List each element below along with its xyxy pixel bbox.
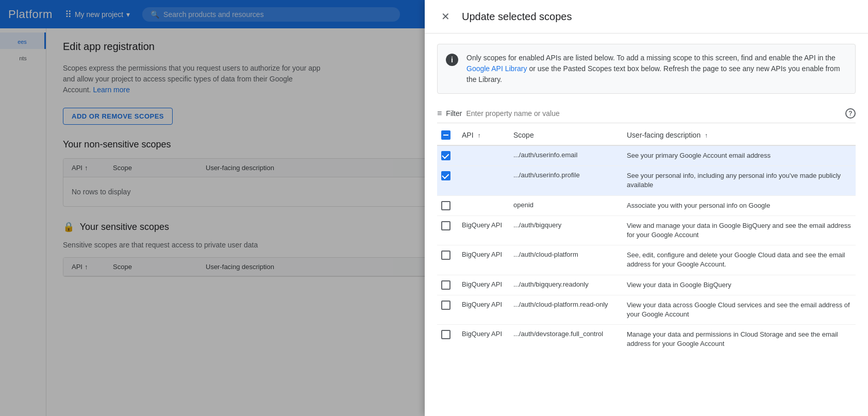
- scopes-table-body: .../auth/userinfo.emailSee your primary …: [437, 145, 856, 354]
- row-checkbox-cell: [437, 275, 458, 295]
- dialog-overlay: ✕ Update selected scopes i Only scopes f…: [0, 0, 868, 416]
- row-checkbox-cell: [437, 245, 458, 275]
- desc-sort-arrow: ↑: [705, 132, 708, 139]
- row-scope: .../auth/bigquery.readonly: [509, 275, 623, 295]
- row-api: BigQuery API: [458, 275, 509, 295]
- row-description: See your personal info, including any pe…: [623, 166, 856, 195]
- info-box: i Only scopes for enabled APIs are liste…: [437, 44, 856, 94]
- row-checkbox[interactable]: [441, 171, 450, 180]
- update-scopes-dialog: ✕ Update selected scopes i Only scopes f…: [425, 0, 868, 416]
- table-row: BigQuery API.../auth/devstorage.full_con…: [437, 325, 856, 354]
- row-description: View and manage your data in Google BigQ…: [623, 215, 856, 245]
- row-description: Manage your data and permissions in Clou…: [623, 325, 856, 354]
- table-row: .../auth/userinfo.emailSee your primary …: [437, 145, 856, 166]
- col-header-desc[interactable]: User-facing description ↑: [623, 125, 856, 145]
- col-header-checkbox: [437, 125, 458, 145]
- row-checkbox-cell: [437, 215, 458, 245]
- col-header-scope: Scope: [509, 125, 623, 145]
- col-header-api[interactable]: API ↑: [458, 125, 509, 145]
- row-scope: .../auth/userinfo.profile: [509, 166, 623, 195]
- row-checkbox[interactable]: [441, 251, 450, 260]
- row-scope: openid: [509, 195, 623, 215]
- row-description: View your data across Google Cloud servi…: [623, 295, 856, 324]
- row-description: See, edit, configure and delete your Goo…: [623, 245, 856, 275]
- filter-icon: ≡: [437, 109, 442, 118]
- filter-row: ≡ Filter ?: [437, 104, 856, 123]
- row-checkbox-cell: [437, 145, 458, 166]
- row-api: [458, 145, 509, 166]
- row-scope: .../auth/bigquery: [509, 215, 623, 245]
- dialog-close-button[interactable]: ✕: [437, 8, 454, 25]
- row-api: BigQuery API: [458, 215, 509, 245]
- close-icon: ✕: [441, 10, 450, 23]
- dialog-header: ✕ Update selected scopes: [425, 0, 868, 34]
- filter-label: Filter: [446, 109, 462, 118]
- row-checkbox[interactable]: [441, 301, 450, 310]
- row-checkbox-cell: [437, 166, 458, 195]
- filter-input[interactable]: [466, 109, 841, 118]
- scopes-table-header-row: API ↑ Scope User-facing description ↑: [437, 125, 856, 145]
- row-checkbox[interactable]: [441, 151, 450, 160]
- dialog-title: Update selected scopes: [462, 11, 572, 23]
- row-scope: .../auth/cloud-platform: [509, 245, 623, 275]
- api-sort-arrow: ↑: [477, 132, 480, 139]
- table-row: BigQuery API.../auth/cloud-platform.read…: [437, 295, 856, 324]
- help-icon[interactable]: ?: [845, 108, 856, 119]
- row-checkbox-cell: [437, 295, 458, 324]
- row-api: [458, 195, 509, 215]
- row-checkbox-cell: [437, 195, 458, 215]
- google-api-library-link[interactable]: Google API Library: [466, 64, 527, 73]
- select-all-checkbox[interactable]: [441, 130, 450, 140]
- row-checkbox[interactable]: [441, 280, 450, 290]
- row-checkbox[interactable]: [441, 330, 450, 339]
- scopes-table: API ↑ Scope User-facing description ↑ ..…: [437, 125, 856, 354]
- row-description: View your data in Google BigQuery: [623, 275, 856, 295]
- dialog-body: i Only scopes for enabled APIs are liste…: [425, 34, 868, 416]
- table-row: BigQuery API.../auth/bigquery.readonlyVi…: [437, 275, 856, 295]
- info-icon: i: [446, 54, 458, 66]
- row-scope: .../auth/userinfo.email: [509, 145, 623, 166]
- row-scope: .../auth/cloud-platform.read-only: [509, 295, 623, 324]
- row-api: BigQuery API: [458, 295, 509, 324]
- row-api: [458, 166, 509, 195]
- row-checkbox[interactable]: [441, 201, 450, 210]
- row-checkbox[interactable]: [441, 221, 450, 230]
- row-api: BigQuery API: [458, 325, 509, 354]
- row-description: See your primary Google Account email ad…: [623, 145, 856, 166]
- row-scope: .../auth/devstorage.full_control: [509, 325, 623, 354]
- row-description: Associate you with your personal info on…: [623, 195, 856, 215]
- info-text: Only scopes for enabled APIs are listed …: [466, 53, 847, 85]
- row-api: BigQuery API: [458, 245, 509, 275]
- row-checkbox-cell: [437, 325, 458, 354]
- table-row: openidAssociate you with your personal i…: [437, 195, 856, 215]
- table-row: BigQuery API.../auth/cloud-platformSee, …: [437, 245, 856, 275]
- table-row: .../auth/userinfo.profileSee your person…: [437, 166, 856, 195]
- table-row: BigQuery API.../auth/bigqueryView and ma…: [437, 215, 856, 245]
